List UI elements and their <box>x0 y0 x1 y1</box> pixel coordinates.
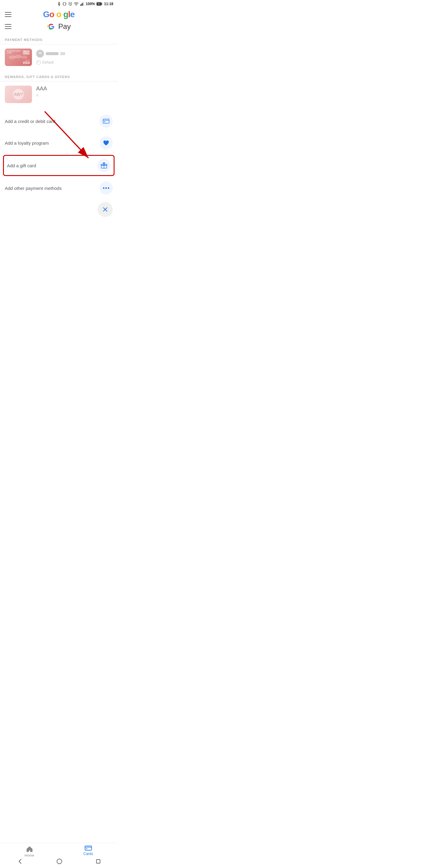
svg-line-21 <box>10 59 11 60</box>
default-info: Default <box>36 60 65 65</box>
action-list: Add a credit or debit card Add a loyalty… <box>0 108 118 199</box>
default-label: Default <box>42 60 54 64</box>
card-dots: ··· <box>7 62 11 64</box>
close-icon <box>102 207 108 212</box>
svg-point-8 <box>76 5 76 6</box>
add-credit-debit-label: Add a credit or debit card <box>5 119 56 124</box>
rewards-section: REWARDS, GIFT CARDS & OFFERS AW? AAA A <box>0 72 118 108</box>
svg-rect-28 <box>104 121 105 122</box>
tap-icon <box>36 50 44 58</box>
clean-top-bar: Pay <box>0 22 118 35</box>
google-g-logo: Goooggle <box>43 10 75 19</box>
svg-point-23 <box>40 53 40 54</box>
alarm-icon <box>68 2 72 6</box>
card-info-icons <box>36 50 65 58</box>
add-credit-debit-item[interactable]: Add a credit or debit card <box>0 110 118 132</box>
close-button[interactable] <box>98 202 113 217</box>
heart-icon <box>103 140 110 146</box>
payment-methods-header: PAYMENT METHODS <box>0 35 118 44</box>
svg-point-32 <box>103 187 104 189</box>
svg-rect-11 <box>82 3 83 6</box>
bank-placeholder-bar <box>46 52 59 55</box>
battery-percent: 100% <box>86 2 95 6</box>
gift-icon <box>101 162 107 169</box>
svg-rect-10 <box>81 4 82 6</box>
gpay-brand: Pay <box>47 22 70 31</box>
reward-monogram: AW? <box>13 89 24 100</box>
wifi-icon <box>74 2 79 6</box>
status-icons: 100% 11:18 <box>57 2 113 6</box>
add-gift-card-label: Add a gift card <box>7 163 36 168</box>
reward-sub: A <box>36 93 47 97</box>
svg-rect-1 <box>63 3 63 4</box>
svg-point-19 <box>15 55 22 59</box>
svg-line-7 <box>70 4 71 5</box>
rewards-header: REWARDS, GIFT CARDS & OFFERS <box>0 72 118 81</box>
svg-point-33 <box>105 187 107 189</box>
svg-point-25 <box>38 62 39 63</box>
status-bar: 100% 11:18 <box>0 0 118 7</box>
add-other-label: Add other payment methods <box>5 186 61 191</box>
rewards-row: AW? AAA A <box>0 84 118 108</box>
add-gift-card-btn[interactable] <box>97 159 111 172</box>
app-container: 100% 11:18 Goooggle .top-bar { padding <box>0 0 118 220</box>
small-placeholder-bar <box>60 52 65 55</box>
hamburger-menu[interactable] <box>5 24 11 29</box>
add-credit-debit-btn[interactable] <box>99 115 113 128</box>
add-gift-card-item[interactable]: Add a gift card <box>3 155 115 176</box>
default-tap-icon <box>36 60 41 65</box>
payment-methods-section: PAYMENT METHODS PLATINUM DEBIT CARD WELL… <box>0 35 118 71</box>
close-btn-wrap <box>0 199 118 220</box>
payment-methods-row: PLATINUM DEBIT CARD WELLSFARGO <box>0 47 118 71</box>
card-illustration <box>6 53 31 60</box>
svg-rect-14 <box>101 3 102 5</box>
bluetooth-icon <box>57 2 61 6</box>
top-bar: Goooggle <box>0 7 118 22</box>
svg-rect-2 <box>63 4 63 5</box>
status-time: 11:18 <box>104 2 113 6</box>
card-visa: VISA <box>23 61 30 64</box>
svg-point-34 <box>108 187 110 189</box>
svg-rect-3 <box>66 3 66 4</box>
add-other-item[interactable]: Add other payment methods <box>0 177 118 199</box>
pay-label: Pay <box>58 22 70 31</box>
add-loyalty-btn[interactable] <box>99 136 113 150</box>
card-icon <box>103 118 110 124</box>
battery-icon <box>96 2 102 6</box>
add-other-btn[interactable] <box>99 181 113 195</box>
reward-name: AAA <box>36 86 47 92</box>
vibrate-icon <box>62 2 67 6</box>
add-loyalty-label: Add a loyalty program <box>5 141 49 146</box>
payment-card-info: Default <box>36 50 65 65</box>
app-logo: Goooggle <box>43 10 75 19</box>
svg-point-20 <box>22 56 27 59</box>
card-bottom-row: ··· DEBIT VISA <box>7 59 30 64</box>
three-dots-icon <box>103 185 110 191</box>
contactless-icon <box>38 52 42 56</box>
svg-rect-4 <box>66 4 66 5</box>
google-logo-icon <box>47 22 56 31</box>
menu-button[interactable] <box>5 12 11 17</box>
card-network: DEBIT VISA <box>23 59 30 64</box>
signal-icon <box>80 2 84 6</box>
svg-point-18 <box>9 56 16 59</box>
reward-card-thumb[interactable]: AW? <box>5 86 32 103</box>
add-loyalty-item[interactable]: Add a loyalty program <box>0 132 118 154</box>
divider-2 <box>0 81 118 82</box>
svg-rect-12 <box>83 2 84 6</box>
svg-rect-9 <box>80 4 81 6</box>
reward-info: AAA A <box>36 86 47 97</box>
svg-rect-26 <box>103 119 109 123</box>
svg-rect-0 <box>63 2 66 5</box>
wells-fargo-card[interactable]: PLATINUM DEBIT CARD WELLSFARGO <box>5 49 32 66</box>
